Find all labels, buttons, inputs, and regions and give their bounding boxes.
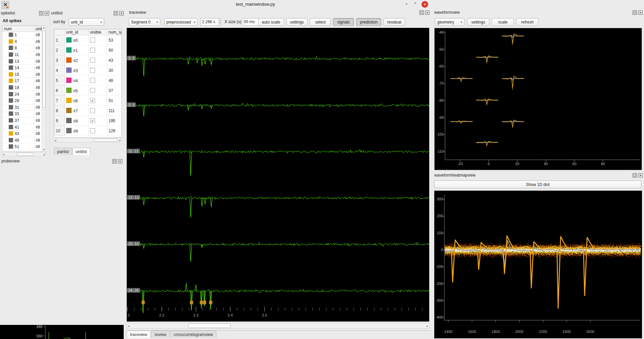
table-row[interactable]: 6#5371: [54, 86, 122, 96]
select-button[interactable]: select: [310, 18, 331, 26]
table-row[interactable]: 15#6: [3, 71, 43, 78]
show-1d-dist-button[interactable]: Show 1D dist: [434, 181, 641, 188]
tab-isiview[interactable]: isiview: [151, 331, 170, 338]
geometry-combo[interactable]: geometry ▾: [435, 18, 465, 26]
chevron-down-icon[interactable]: ⌄: [405, 1, 408, 6]
unitlist-hscrollbar[interactable]: ◂ ▸: [54, 138, 122, 142]
table-row[interactable]: 24#8: [3, 91, 43, 98]
visible-checkbox[interactable]: ✓: [90, 118, 95, 123]
traceview-hscrollbar[interactable]: ◂ ▸: [127, 323, 429, 329]
scroll-left-icon[interactable]: ◂: [128, 325, 129, 328]
scroll-right-icon[interactable]: ▸: [427, 325, 428, 328]
trace-plot-canvas[interactable]: [127, 28, 429, 322]
table-row[interactable]: 1#0536: [54, 35, 122, 45]
trace-plot[interactable]: 1: 22: 311: 1212: 1323: 2424: 252.12.22.…: [127, 28, 429, 322]
close-icon[interactable]: ✕: [118, 159, 122, 163]
visible-checkbox[interactable]: [90, 68, 95, 73]
heatmap-plot-canvas[interactable]: [434, 191, 642, 338]
table-row[interactable]: 14#8: [3, 64, 43, 71]
float-icon[interactable]: [39, 11, 43, 15]
scale-button[interactable]: scale: [492, 18, 514, 26]
unitlist-header-row[interactable]: unit_idvisiblenum_spikesch: [54, 30, 122, 35]
column-header[interactable]: unit_id: [65, 30, 89, 35]
visible-checkbox[interactable]: [90, 38, 95, 43]
segment-combo[interactable]: Segment 0 ▾: [129, 18, 160, 26]
table-row[interactable]: 9#8✓19523: [54, 116, 122, 126]
scrollbar-handle[interactable]: [188, 324, 231, 328]
heatmap-plot[interactable]: 3002001000-100-200-300-40014001600180020…: [434, 191, 642, 338]
float-icon[interactable]: [112, 159, 117, 163]
spikelist-vscrollbar[interactable]: ▴ ▾: [42, 26, 46, 152]
time-spinbox[interactable]: 2.266 s ▴▾: [200, 18, 221, 26]
table-row[interactable]: 8#711122: [54, 106, 122, 116]
unitlist-table[interactable]: unit_idvisiblenum_spikesch 1#05362#15010…: [54, 29, 122, 136]
column-header[interactable]: unit_i: [34, 26, 42, 32]
close-icon[interactable]: ✕: [638, 10, 643, 15]
float-icon[interactable]: [633, 10, 637, 15]
table-row[interactable]: 4#6: [3, 38, 43, 45]
scrollbar-handle[interactable]: [16, 153, 34, 156]
scroll-up-icon[interactable]: ▴: [42, 26, 46, 29]
scroll-left-icon[interactable]: ◂: [3, 153, 4, 156]
float-icon[interactable]: [633, 173, 637, 178]
table-row[interactable]: 28#8: [3, 97, 43, 104]
visible-checkbox[interactable]: [90, 78, 95, 83]
visible-checkbox[interactable]: [90, 48, 95, 53]
source-combo[interactable]: preprocessed ▾: [164, 18, 198, 26]
table-row[interactable]: 2#15010: [54, 45, 122, 55]
spin-up-icon[interactable]: ▴: [219, 19, 220, 22]
scrollbar-handle[interactable]: [94, 139, 117, 142]
table-row[interactable]: 4#3303: [54, 65, 122, 76]
visible-checkbox[interactable]: [90, 128, 95, 133]
visible-checkbox[interactable]: [90, 58, 95, 63]
refresh-button[interactable]: refresh: [516, 18, 538, 26]
spikelist-table[interactable]: numunit_i 1#84#68#811#813#814#815#617#61…: [2, 26, 42, 150]
table-row[interactable]: 8#8: [3, 45, 43, 52]
visible-checkbox[interactable]: [90, 88, 95, 93]
table-row[interactable]: 31#8: [3, 104, 43, 111]
float-icon[interactable]: [419, 10, 424, 15]
table-row[interactable]: 41#8: [3, 124, 43, 131]
table-row[interactable]: 18#8: [3, 84, 43, 91]
scrollbar-handle[interactable]: [42, 31, 45, 108]
scroll-right-icon[interactable]: ▸: [119, 139, 121, 142]
column-header[interactable]: num_spikes: [107, 30, 122, 35]
table-row[interactable]: 5#44814: [54, 76, 122, 86]
spikelist-hscrollbar[interactable]: ◂ ▸: [2, 152, 46, 156]
table-row[interactable]: 37#8: [3, 117, 43, 124]
waveform-plot[interactable]: -40-50-60-70-80-90-100-110-20020406080: [434, 28, 642, 170]
app-icon[interactable]: ✕: [1, 1, 9, 9]
settings-button[interactable]: settings: [286, 18, 308, 26]
scroll-right-icon[interactable]: ▸: [44, 153, 45, 156]
probe-plot[interactable]: 180160140120100806040200-20-40-60-80-100…: [0, 325, 124, 339]
table-row[interactable]: 11#8: [3, 51, 43, 58]
prediction-button[interactable]: prediction: [356, 18, 381, 26]
settings-button[interactable]: settings: [467, 18, 489, 26]
column-header[interactable]: num: [3, 26, 34, 32]
tab-unitlist[interactable]: unitlist: [72, 148, 90, 155]
table-row[interactable]: 33#8: [3, 111, 43, 117]
column-header[interactable]: [54, 30, 65, 35]
table-row[interactable]: 10#91297: [54, 126, 122, 136]
probe-plot-svg[interactable]: 180160140120100806040200-20-40-60-80-100…: [0, 325, 124, 339]
auto-scale-button[interactable]: auto scale: [258, 18, 284, 26]
table-row[interactable]: 51#8: [3, 144, 43, 150]
close-icon[interactable]: ✕: [638, 173, 643, 178]
table-row[interactable]: 48#8: [3, 137, 43, 144]
window-close-button[interactable]: ✕: [421, 1, 428, 8]
spikelist-header-row[interactable]: numunit_i: [3, 26, 43, 32]
tab-traceview[interactable]: traceview: [127, 331, 151, 338]
dock-splitter[interactable]: [49, 10, 50, 157]
close-icon[interactable]: ✕: [45, 11, 49, 15]
table-row[interactable]: 43#6: [3, 130, 43, 137]
signals-button[interactable]: signals: [333, 18, 354, 26]
scroll-down-icon[interactable]: ▾: [42, 148, 46, 151]
close-icon[interactable]: ✕: [425, 10, 430, 15]
spin-down-icon[interactable]: ▾: [219, 22, 220, 24]
residual-button[interactable]: residual: [384, 18, 405, 26]
close-icon[interactable]: ✕: [119, 11, 124, 15]
table-row[interactable]: 1#8: [3, 32, 43, 39]
table-row[interactable]: 13#8: [3, 58, 43, 65]
waveform-plot-canvas[interactable]: [435, 28, 642, 170]
table-row[interactable]: 17#6: [3, 78, 43, 85]
